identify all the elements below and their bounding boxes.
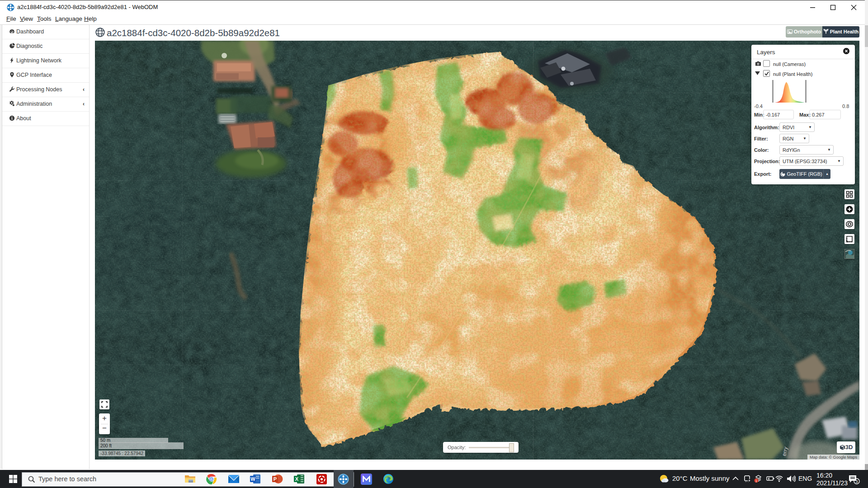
svg-text:X: X	[295, 476, 299, 482]
svg-text:P: P	[274, 476, 277, 482]
svg-text:1: 1	[755, 479, 757, 483]
svg-text:3: 3	[855, 479, 858, 484]
svg-text:W: W	[250, 476, 255, 482]
